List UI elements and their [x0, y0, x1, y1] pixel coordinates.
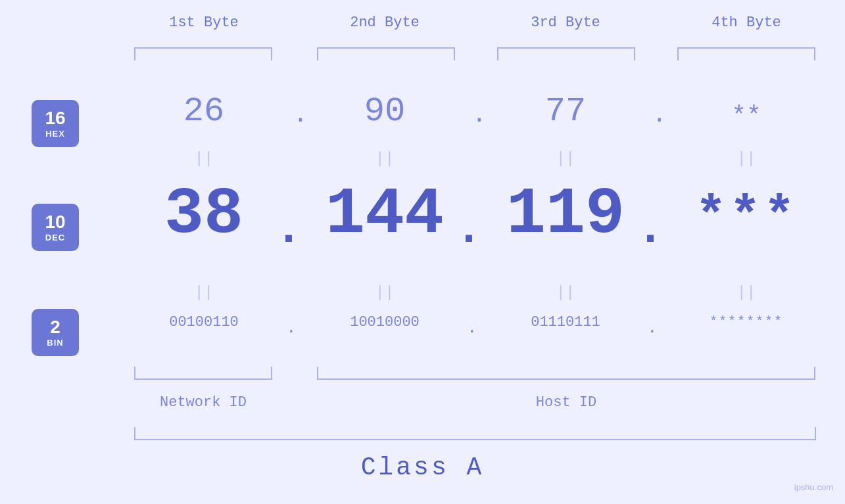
watermark: ipshu.com [794, 482, 833, 492]
dot-hex-3: . [652, 102, 667, 129]
col2-header: 2nd Byte [350, 14, 420, 31]
col1-dec-value: 38 [164, 177, 243, 252]
host-id-bracket [317, 367, 815, 380]
col1-bin-value: 00100110 [169, 314, 239, 331]
col1-top-bracket [134, 47, 272, 60]
col3-dec-value: 119 [506, 177, 625, 252]
col3-bin-value: 01110111 [531, 314, 600, 331]
bin-badge: 2 BIN [32, 309, 79, 356]
col4-header: 4th Byte [712, 14, 781, 31]
col3-header: 3rd Byte [531, 14, 600, 31]
bin-badge-number: 2 [50, 317, 60, 338]
col3-hex-value: 77 [545, 92, 586, 131]
col1-hex-value: 26 [183, 92, 224, 131]
col2-eq1: || [375, 150, 395, 168]
hex-badge: 16 HEX [32, 100, 79, 147]
dot-bin-3: . [647, 318, 658, 338]
dec-badge: 10 DEC [32, 204, 79, 251]
col4-eq1: || [737, 150, 756, 168]
class-label: Class A [361, 453, 485, 482]
col3-top-bracket [497, 47, 635, 60]
col3-eq2: || [556, 284, 575, 302]
page-layout: 16 HEX 10 DEC 2 BIN 1st Byte 2nd Byte 3r… [0, 0, 845, 504]
col4-dec-value: *** [695, 187, 798, 247]
hex-badge-number: 16 [45, 108, 65, 129]
big-bottom-bracket [134, 427, 816, 440]
dec-badge-label: DEC [45, 233, 65, 242]
col4-top-bracket [677, 47, 815, 60]
hex-badge-label: HEX [45, 129, 65, 139]
network-id-label: Network ID [160, 394, 247, 411]
dot-bin-2: . [467, 318, 477, 338]
col2-bin-value: 10010000 [350, 314, 420, 331]
dot-bin-1: . [286, 318, 297, 338]
col1-eq2: || [195, 284, 214, 302]
host-id-label: Host ID [536, 394, 596, 411]
dot-hex-2: . [472, 102, 487, 129]
col4-eq2: || [737, 284, 756, 302]
col1-header: 1st Byte [169, 14, 239, 31]
col3-eq1: || [556, 150, 575, 168]
col4-hex-value: ** [731, 102, 761, 130]
col1-eq1: || [195, 150, 214, 168]
dec-badge-number: 10 [45, 212, 65, 233]
dot-dec-2: . [455, 204, 483, 256]
col2-dec-value: 144 [326, 177, 444, 252]
dot-hex-1: . [293, 102, 308, 129]
network-id-bracket [134, 367, 272, 380]
col2-eq2: || [375, 284, 395, 302]
dot-dec-1: . [275, 204, 302, 256]
bin-badge-label: BIN [47, 338, 63, 348]
col2-hex-value: 90 [364, 92, 405, 131]
col2-top-bracket [317, 47, 455, 60]
dot-dec-3: . [637, 204, 664, 256]
col4-bin-value: ******** [710, 314, 783, 329]
